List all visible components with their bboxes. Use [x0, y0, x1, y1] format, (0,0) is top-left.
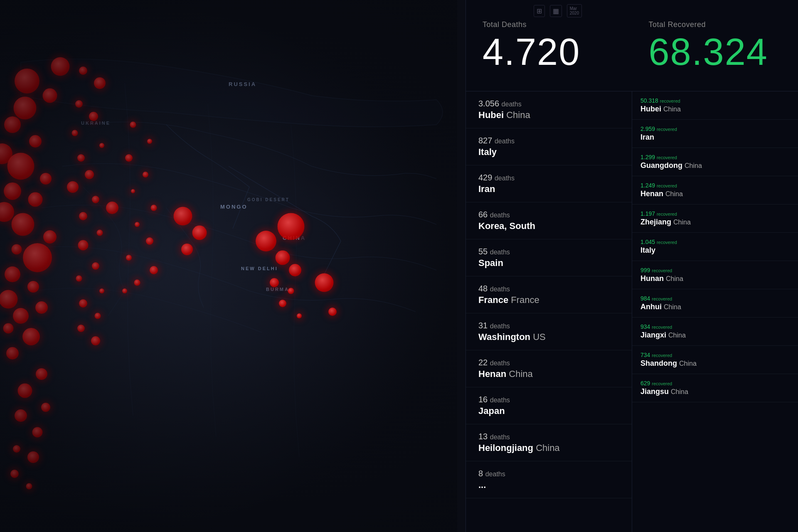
outbreak-dot: [12, 244, 22, 255]
death-list-item: 31 deathsWashington US: [466, 313, 632, 350]
recovered-location: Shandong China: [640, 359, 790, 368]
outbreak-dot: [150, 266, 158, 274]
outbreak-dot: [134, 280, 140, 286]
outbreak-dot: [288, 288, 294, 294]
outbreak-dot: [106, 202, 118, 214]
outbreak-dot: [99, 288, 104, 293]
death-count: 55 deaths: [478, 247, 619, 256]
outbreak-dot: [126, 255, 132, 261]
outbreak-dot: [85, 170, 94, 179]
recovered-count: 934 recovered: [640, 323, 790, 330]
outbreak-dot: [174, 207, 192, 226]
total-recovered-label: Total Recovered: [649, 20, 782, 29]
death-location: France France: [478, 295, 619, 305]
view-icon-1[interactable]: ⊞: [534, 5, 545, 17]
outbreak-dot: [4, 182, 21, 200]
outbreak-dot: [4, 116, 21, 133]
view-icon-2[interactable]: ▦: [550, 5, 562, 17]
recovered-count: 1.197 recovered: [640, 210, 790, 217]
death-count: 13 deaths: [478, 432, 619, 441]
recovered-location: Anhui China: [640, 303, 790, 311]
recovered-location: Italy: [640, 246, 790, 255]
outbreak-dot: [43, 230, 57, 244]
outbreak-dot: [135, 222, 140, 227]
death-list-item: 429 deathsIran: [466, 165, 632, 202]
outbreak-dot: [130, 122, 136, 128]
recovered-list[interactable]: 50.318 recoveredHubei China2.959 recover…: [632, 91, 798, 532]
death-location: Italy: [478, 147, 619, 158]
outbreak-dot: [23, 243, 52, 272]
total-deaths-value: 4.720: [483, 33, 616, 71]
outbreak-dot: [92, 262, 99, 270]
death-location: Korea, South: [478, 221, 619, 232]
outbreak-dot: [14, 97, 37, 120]
outbreak-dot: [94, 77, 106, 89]
view-icon-3[interactable]: Mar2020: [567, 4, 582, 17]
outbreak-dot: [151, 205, 157, 211]
recovered-list-item: 999 recoveredHunan China: [632, 261, 798, 289]
outbreak-dot: [27, 451, 39, 463]
death-location: Iran: [478, 184, 619, 195]
death-location: Spain: [478, 258, 619, 268]
outbreak-dot: [122, 288, 127, 293]
outbreak-dot: [27, 281, 39, 293]
recovered-list-item: 1.045 recoveredItaly: [632, 233, 798, 261]
death-count: 31 deaths: [478, 321, 619, 330]
death-list-item: 66 deathsKorea, South: [466, 202, 632, 239]
outbreak-dot: [28, 192, 43, 207]
outbreak-dot: [6, 347, 19, 360]
death-list-item: 13 deathsHeilongjiang China: [466, 424, 632, 461]
outbreak-dot: [147, 139, 152, 144]
recovered-list-item: 984 recoveredAnhui China: [632, 289, 798, 318]
outbreak-dot: [328, 308, 337, 316]
outbreak-dot: [36, 368, 47, 380]
total-recovered-value: 68.324: [649, 33, 782, 71]
recovered-location: Jiangsu China: [640, 387, 790, 396]
outbreak-dot: [79, 299, 87, 308]
outbreak-dot: [5, 266, 20, 282]
outbreak-dot: [297, 313, 302, 318]
outbreak-dot: [12, 213, 34, 236]
total-recovered-block: Total Recovered 68.324: [632, 0, 798, 91]
recovered-location: Jiangxi China: [640, 331, 790, 340]
outbreak-dot: [15, 69, 39, 94]
outbreak-dot: [89, 112, 98, 121]
recovered-count: 984 recovered: [640, 295, 790, 302]
outbreak-dot: [18, 384, 32, 398]
recovered-count: 734 recovered: [640, 352, 790, 358]
recovered-location: Hubei China: [640, 105, 790, 113]
recovered-count: 50.318 recovered: [640, 97, 790, 104]
outbreak-dot: [7, 153, 34, 180]
outbreak-dot: [13, 445, 20, 453]
death-list-item: 16 deathsJapan: [466, 387, 632, 424]
recovered-list-item: 1.299 recoveredGuangdong China: [632, 148, 798, 176]
recovered-count: 629 recovered: [640, 380, 790, 387]
recovered-count: 1.249 recovered: [640, 182, 790, 189]
death-location: ...: [478, 480, 619, 490]
death-list-item: 22 deathsHenan China: [466, 350, 632, 387]
death-count: 48 deaths: [478, 284, 619, 293]
total-deaths-label: Total Deaths: [483, 20, 616, 29]
outbreak-dot: [43, 89, 57, 103]
recovered-count: 1.299 recovered: [640, 154, 790, 160]
outbreak-dot: [76, 276, 82, 282]
outbreak-dot: [279, 300, 286, 307]
outbreak-dot: [315, 273, 334, 292]
recovered-location: Henan China: [640, 190, 790, 198]
icon-bar: ⊞ ▦ Mar2020: [534, 4, 582, 17]
recovered-location: Zhejiang China: [640, 218, 790, 227]
outbreak-dot: [79, 212, 87, 220]
outbreak-dot: [99, 143, 104, 148]
death-location: Washington US: [478, 332, 619, 342]
outbreak-dot: [143, 172, 148, 177]
recovered-list-item: 1.249 recoveredHenan China: [632, 176, 798, 204]
outbreak-dot: [270, 278, 279, 287]
deaths-list[interactable]: 3.056 deathsHubei China827 deathsItaly42…: [466, 91, 632, 532]
outbreak-dot: [72, 130, 78, 136]
recovered-count: 999 recovered: [640, 267, 790, 273]
outbreak-dot: [125, 154, 133, 162]
outbreak-dot: [32, 427, 43, 438]
outbreak-dot: [22, 328, 40, 345]
death-count: 22 deaths: [478, 358, 619, 367]
death-list-item: 55 deathsSpain: [466, 239, 632, 276]
